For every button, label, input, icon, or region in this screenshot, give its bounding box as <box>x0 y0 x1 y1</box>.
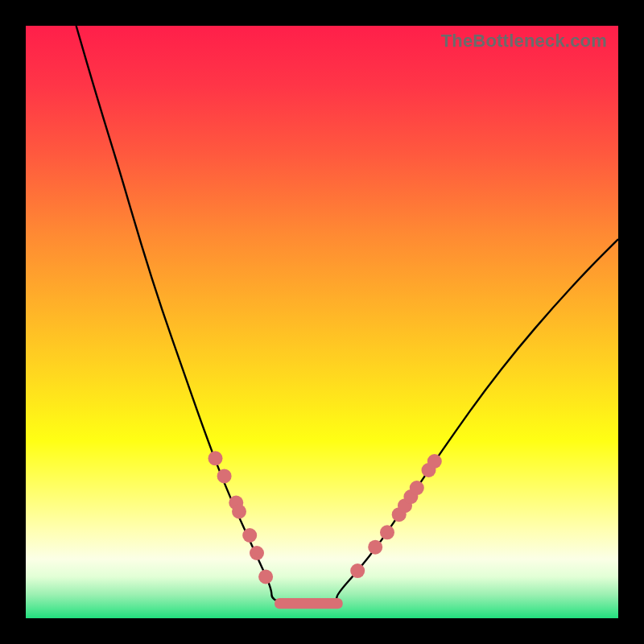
bottleneck-curve <box>76 26 618 604</box>
data-point <box>350 564 365 578</box>
data-point <box>380 525 394 539</box>
data-point <box>232 505 246 519</box>
data-points-group <box>208 451 442 584</box>
data-point <box>258 570 273 584</box>
plot-area: TheBottleneck.com <box>26 26 618 618</box>
data-point <box>208 451 223 465</box>
figure-frame: TheBottleneck.com <box>0 0 644 644</box>
data-point <box>242 528 257 543</box>
data-point <box>427 454 442 469</box>
data-point <box>410 481 424 495</box>
minimum-flat-segment <box>275 598 343 609</box>
curve-layer <box>26 26 618 618</box>
data-point <box>250 546 264 560</box>
data-point <box>368 540 382 555</box>
data-point <box>217 469 232 483</box>
